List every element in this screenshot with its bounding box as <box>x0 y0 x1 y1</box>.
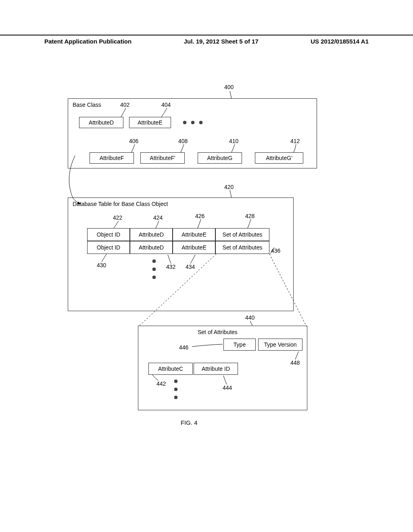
db-col-object-id: Object ID <box>87 228 130 241</box>
db-col-attribute-e: AttributeE <box>173 228 215 241</box>
ref-440: 440 <box>245 314 254 321</box>
ref-404: 404 <box>161 102 171 108</box>
ellipsis-dot <box>174 396 177 399</box>
db-row2-attribute-e: AttributeE <box>173 241 215 254</box>
ref-422: 422 <box>113 214 122 221</box>
ref-424: 424 <box>153 214 163 221</box>
page-header: Patent Application Publication Jul. 19, … <box>0 35 413 45</box>
ref-430: 430 <box>97 262 106 268</box>
ref-402: 402 <box>120 102 129 108</box>
ref-434: 434 <box>186 264 195 270</box>
ref-448: 448 <box>290 360 300 366</box>
set-attrs-title: Set of Attributes <box>198 329 238 335</box>
ref-428: 428 <box>245 213 254 219</box>
ellipsis-dot <box>152 268 156 271</box>
box-attribute-e: AttributeE <box>129 117 171 128</box>
ref-436: 436 <box>271 247 280 254</box>
box-attribute-id: Attribute ID <box>194 363 238 375</box>
base-class-title: Base Class <box>73 102 101 108</box>
ref-410: 410 <box>229 138 238 144</box>
header-left: Patent Application Publication <box>44 35 131 45</box>
ellipsis-dot <box>152 260 156 263</box>
db-col-set-attrs: Set of Attributes <box>215 228 269 241</box>
box-attribute-d: AttributeD <box>79 117 123 128</box>
box-type: Type <box>223 339 256 351</box>
ref-446: 446 <box>179 344 188 351</box>
ellipsis-dot <box>183 121 186 124</box>
ref-426: 426 <box>195 213 204 219</box>
db-table-title: Database Table for Base Class Object <box>73 201 168 207</box>
ref-420: 420 <box>224 184 234 190</box>
header-right: US 2012/0185514 A1 <box>311 35 369 45</box>
box-attribute-f: AttributeF <box>90 152 134 164</box>
ellipsis-dot <box>174 380 177 383</box>
db-row2-object-id: Object ID <box>87 241 130 254</box>
ref-412: 412 <box>290 138 300 144</box>
box-attribute-f-prime: AttributeF' <box>140 152 185 164</box>
box-attribute-g: AttributeG <box>198 152 242 164</box>
ellipsis-dot <box>199 121 202 124</box>
ellipsis-dot <box>191 121 194 124</box>
ref-444: 444 <box>223 384 232 391</box>
ellipsis-dot <box>152 276 156 279</box>
box-attribute-c: AttributeC <box>148 363 193 375</box>
db-row2-set-attrs: Set of Attributes <box>215 241 269 254</box>
ref-408: 408 <box>178 138 188 144</box>
db-col-attribute-d: AttributeD <box>130 228 173 241</box>
db-table-box <box>68 197 294 311</box>
box-type-version: Type Version <box>258 339 302 351</box>
ref-442: 442 <box>156 380 166 387</box>
box-attribute-g-prime: AttributeG' <box>255 152 303 164</box>
ellipsis-dot <box>174 388 177 391</box>
header-center: Jul. 19, 2012 Sheet 5 of 17 <box>184 35 259 45</box>
figure-caption: FIG. 4 <box>181 419 198 426</box>
ref-432: 432 <box>166 264 175 270</box>
db-row2-attribute-d: AttributeD <box>130 241 173 254</box>
ref-400: 400 <box>224 84 234 90</box>
ref-406: 406 <box>129 138 138 144</box>
